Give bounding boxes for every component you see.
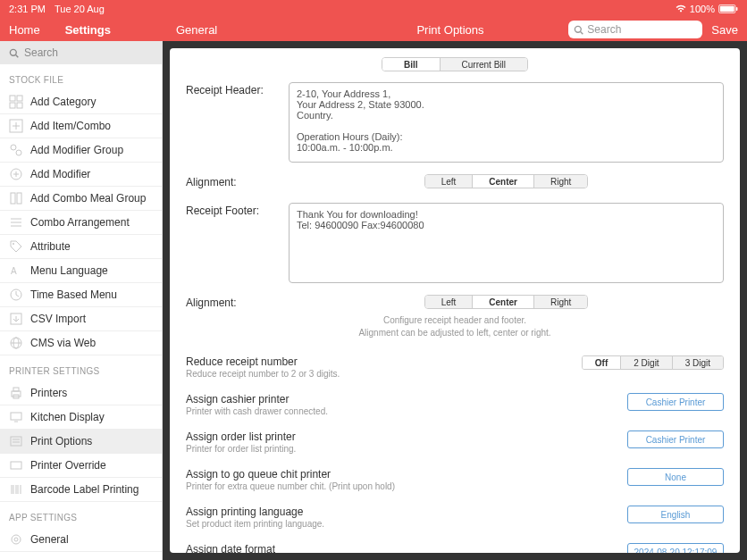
align-header-left[interactable]: Left	[425, 175, 474, 188]
sidebar-item-label: Printers	[30, 387, 67, 399]
sidebar-item-label: Barcode Label Printing	[30, 483, 138, 496]
sidebar-item-label: Add Modifier	[30, 168, 90, 180]
svg-point-48	[14, 538, 18, 541]
tag-icon	[9, 239, 23, 254]
cashier-printer-sub: Printer with cash drawer connected.	[186, 406, 328, 416]
sidebar-item-label: General	[30, 533, 69, 546]
sidebar-item-add-combo-meal[interactable]: Add Combo Meal Group	[0, 187, 162, 211]
svg-line-28	[16, 295, 19, 297]
svg-rect-34	[13, 388, 19, 391]
sidebar-item-label: Menu Language	[30, 264, 108, 277]
svg-rect-10	[17, 103, 22, 108]
date-format-button[interactable]: 2024-08-20 12:17:09	[627, 543, 724, 553]
sidebar-item-kitchen-display[interactable]: Kitchen Display	[0, 405, 162, 430]
tab-bill[interactable]: Bill	[382, 58, 441, 71]
receipt-header-textarea[interactable]	[289, 82, 724, 163]
order-printer-title: Assign order list printer	[186, 430, 296, 443]
cashier-printer-button[interactable]: Cashier Printer	[627, 393, 724, 411]
svg-rect-20	[17, 193, 21, 204]
combo-icon	[9, 191, 23, 205]
sidebar-item-label: Add Item/Combo	[30, 120, 111, 132]
sidebar-item-add-modifier[interactable]: Add Modifier	[0, 163, 162, 187]
sidebar-item-barcode-label[interactable]: Barcode Label Printing	[0, 478, 162, 502]
svg-rect-2	[736, 7, 738, 11]
sidebar-item-combo-arrangement[interactable]: Combo Arrangement	[0, 211, 162, 235]
align-footer-right[interactable]: Right	[534, 296, 587, 308]
language-icon: A	[9, 263, 23, 278]
sidebar-item-label: Printer Override	[30, 459, 106, 472]
battery-icon	[718, 4, 738, 13]
nav-bar: Home Settings General Print Options Sear…	[0, 18, 747, 41]
sidebar-item-menu-language[interactable]: A Menu Language	[0, 259, 162, 283]
wifi-icon	[676, 4, 686, 13]
web-icon	[9, 336, 23, 350]
sidebar-item-print-options[interactable]: Print Options	[0, 430, 162, 454]
nav-search-input[interactable]: Search	[568, 21, 702, 38]
svg-point-5	[10, 49, 16, 55]
receipt-footer-textarea[interactable]	[289, 203, 724, 283]
svg-rect-38	[11, 437, 21, 446]
align-header-right[interactable]: Right	[534, 175, 587, 188]
svg-rect-7	[10, 96, 15, 101]
reduce-3digit[interactable]: 3 Digit	[673, 356, 723, 369]
nav-home-button[interactable]: Home	[0, 23, 49, 37]
print-options-icon	[9, 434, 23, 448]
sidebar-item-csv-import[interactable]: CSV Import	[0, 307, 162, 331]
gear-icon	[9, 532, 23, 547]
align-header-center[interactable]: Center	[473, 175, 534, 188]
reduce-2digit[interactable]: 2 Digit	[621, 356, 672, 369]
sidebar-item-label: Attribute	[30, 240, 71, 253]
svg-point-47	[12, 535, 21, 544]
hint-text: Configure receipt header and footer. Ali…	[186, 314, 724, 339]
sidebar-item-time-based-menu[interactable]: Time Based Menu	[0, 283, 162, 307]
hint-line-2: Alignment can be adjusted to left, cente…	[186, 327, 724, 339]
status-time: 2:31 PM	[9, 4, 46, 14]
barcode-icon	[9, 482, 23, 497]
sidebar-item-printer-override[interactable]: Printer Override	[0, 454, 162, 478]
sidebar-item-label: Add Combo Meal Group	[30, 192, 146, 205]
sidebar-item-cms-web[interactable]: CMS via Web	[0, 331, 162, 355]
sidebar-item-add-item[interactable]: Add Item/Combo	[0, 114, 162, 138]
svg-rect-8	[17, 96, 22, 101]
sidebar-item-label: Print Options	[30, 435, 92, 447]
chit-printer-button[interactable]: None	[627, 468, 724, 486]
status-date: Tue 20 Aug	[55, 4, 105, 14]
plus-square-icon	[9, 119, 23, 133]
save-button[interactable]: Save	[711, 23, 738, 37]
sidebar-item-add-modifier-group[interactable]: Add Modifier Group	[0, 138, 162, 163]
svg-rect-19	[11, 193, 15, 204]
reduce-receipt-title: Reduce receipt number	[186, 355, 340, 368]
import-icon	[9, 312, 23, 326]
align-footer-center[interactable]: Center	[473, 296, 534, 308]
svg-point-24	[13, 243, 14, 245]
sidebar-item-label: CMS via Web	[30, 337, 96, 349]
clock-icon	[9, 288, 23, 302]
arrangement-icon	[9, 215, 23, 230]
sidebar-section-printer: PRINTER SETTINGS	[0, 355, 162, 381]
display-icon	[9, 410, 23, 424]
order-printer-button[interactable]: Cashier Printer	[627, 430, 724, 448]
tab-current-bill[interactable]: Current Bill	[441, 58, 527, 71]
cashier-printer-title: Assign cashier printer	[186, 393, 328, 405]
chit-printer-title: Assign to go queue chit printer	[186, 468, 395, 481]
sidebar-search-input[interactable]: Search	[0, 41, 162, 64]
modifier-icon	[9, 167, 23, 181]
sidebar-item-label: Add Category	[30, 96, 96, 108]
sidebar-item-add-category[interactable]: Add Category	[0, 90, 162, 114]
svg-rect-41	[11, 462, 21, 469]
reduce-off[interactable]: Off	[583, 356, 621, 369]
hint-line-1: Configure receipt header and footer.	[186, 314, 724, 327]
order-printer-sub: Printer for order list printing.	[186, 444, 296, 454]
nav-back-general[interactable]: General	[163, 23, 217, 37]
align-footer-left[interactable]: Left	[425, 296, 474, 308]
svg-point-14	[11, 145, 16, 150]
reduce-receipt-sub: Reduce receipt number to 2 or 3 digits.	[186, 369, 340, 379]
modifier-group-icon	[9, 143, 23, 157]
sidebar-item-printers[interactable]: Printers	[0, 381, 162, 405]
battery-percent: 100%	[690, 4, 715, 14]
sidebar-item-attribute[interactable]: Attribute	[0, 235, 162, 259]
sidebar-item-general[interactable]: General	[0, 528, 162, 552]
receipt-footer-label: Receipt Footer:	[186, 203, 289, 217]
printing-language-button[interactable]: English	[627, 506, 724, 523]
alignment-label-2: Alignment:	[186, 295, 289, 309]
